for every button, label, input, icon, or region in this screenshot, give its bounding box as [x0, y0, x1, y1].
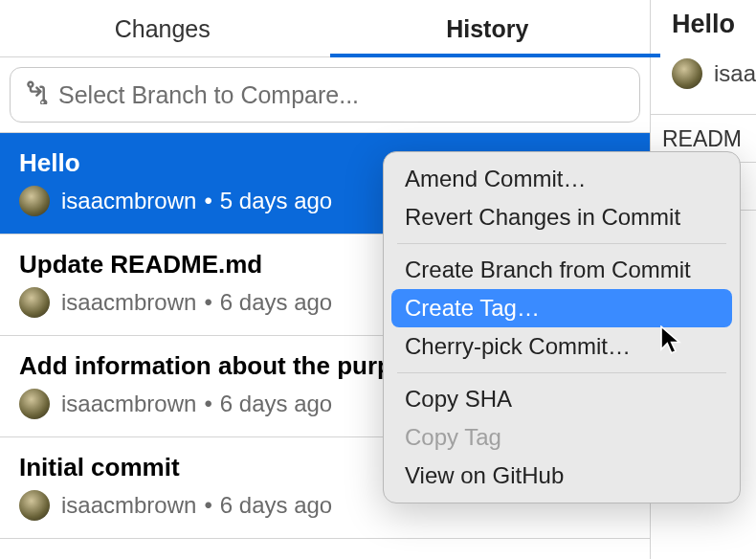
dot-separator: • — [204, 289, 211, 316]
commit-detail-author: isaa — [672, 58, 756, 89]
dot-separator: • — [204, 391, 211, 417]
avatar — [19, 287, 50, 318]
menu-revert-changes[interactable]: Revert Changes in Commit — [391, 198, 732, 236]
tab-indicator — [330, 54, 660, 57]
commit-detail-author-name: isaa — [714, 60, 756, 87]
menu-create-tag[interactable]: Create Tag… — [391, 289, 732, 327]
menu-separator — [397, 243, 726, 244]
avatar — [19, 389, 50, 419]
tabs: Changes History — [0, 0, 650, 57]
commit-time: 6 days ago — [220, 289, 332, 316]
commit-context-menu: Amend Commit… Revert Changes in Commit C… — [383, 151, 741, 503]
commit-detail-title: Hello — [672, 10, 756, 39]
dot-separator: • — [204, 492, 211, 519]
commit-author: isaacmbrown — [61, 188, 196, 214]
avatar — [672, 58, 702, 89]
commit-time: 6 days ago — [220, 391, 332, 417]
avatar — [19, 490, 50, 521]
commit-time: 5 days ago — [220, 188, 332, 214]
menu-separator — [397, 372, 726, 373]
commit-time: 6 days ago — [220, 492, 332, 519]
menu-amend-commit[interactable]: Amend Commit… — [391, 160, 732, 198]
menu-create-branch[interactable]: Create Branch from Commit — [391, 251, 732, 289]
commit-author: isaacmbrown — [61, 492, 196, 519]
menu-view-on-github[interactable]: View on GitHub — [391, 457, 732, 495]
tab-changes[interactable]: Changes — [0, 0, 324, 56]
branch-compare-input[interactable]: Select Branch to Compare... — [10, 67, 640, 123]
git-compare-icon — [24, 79, 49, 110]
commit-author: isaacmbrown — [61, 289, 196, 316]
branch-compare-placeholder: Select Branch to Compare... — [58, 81, 359, 109]
menu-copy-sha[interactable]: Copy SHA — [391, 380, 732, 418]
tab-history[interactable]: History — [324, 0, 649, 56]
menu-copy-tag: Copy Tag — [391, 418, 732, 457]
avatar — [19, 186, 50, 216]
commit-author: isaacmbrown — [61, 391, 196, 417]
dot-separator: • — [204, 188, 211, 214]
menu-cherry-pick[interactable]: Cherry-pick Commit… — [391, 327, 732, 366]
